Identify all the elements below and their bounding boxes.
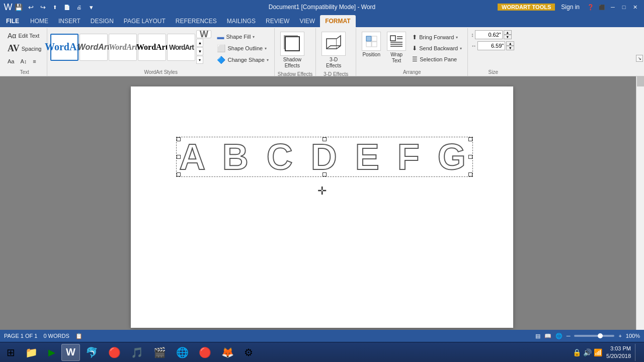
word-icon: W [4, 3, 12, 11]
wordart-scroll-down[interactable]: ▼ [196, 47, 203, 55]
tab-page-layout[interactable]: PAGE LAYOUT [119, 15, 171, 27]
app9-icon: 🔴 [199, 346, 211, 358]
shape-outline-icon: ⬜ [217, 44, 225, 52]
title-text: Document1 [Compatibility Mode] - Word [269, 4, 376, 11]
handle-top-right[interactable] [468, 137, 472, 141]
file-explorer-btn[interactable]: 📁 [21, 344, 42, 361]
shadow-effects-btn[interactable]: Shadow Effects [278, 30, 307, 70]
zoom-slider[interactable] [574, 335, 614, 337]
spacing-btn[interactable]: AV Spacing [5, 42, 44, 55]
app5-icon: 🔴 [108, 346, 121, 358]
tab-mailings[interactable]: MAILINGS [222, 15, 261, 27]
minimize-btn[interactable]: ─ [608, 2, 618, 12]
vlc-icon: 🎵 [131, 346, 143, 358]
app9-btn[interactable]: 🔴 [194, 344, 216, 361]
width-spin-down[interactable]: ▼ [506, 46, 514, 50]
dolphin-btn[interactable]: 🐬 [81, 344, 103, 361]
zoom-in-btn[interactable]: + [618, 333, 621, 339]
vlc-btn[interactable]: 🎵 [126, 344, 148, 361]
wrap-text-btn[interactable]: Wrap Text [384, 30, 409, 65]
shape-outline-btn[interactable]: ⬜ Shape Outline ▾ [214, 43, 271, 54]
align-text-btn[interactable]: ≡ [30, 57, 38, 66]
show-desktop-btn[interactable] [635, 344, 638, 361]
threed-effects-icon [321, 32, 346, 56]
redo-btn[interactable]: ↪ [37, 2, 48, 13]
zoom-out-btn[interactable]: ─ [567, 333, 571, 339]
taskbar-time[interactable]: 3:03 PM 5/20/2018 [606, 345, 631, 359]
height-spin-down[interactable]: ▼ [504, 35, 512, 39]
tab-insert[interactable]: INSERT [53, 15, 86, 27]
wordart-style-5[interactable]: WordArt [167, 34, 195, 61]
tab-review[interactable]: REVIEW [261, 15, 294, 27]
even-height-btn[interactable]: Aa [5, 57, 17, 66]
width-spin-up[interactable]: ▲ [506, 41, 514, 46]
view-web-btn[interactable]: 🌐 [555, 333, 562, 339]
send-backward-btn[interactable]: ⬇ Send Backward ▾ [410, 43, 464, 53]
wordart-style-w[interactable]: W [196, 30, 211, 38]
print-btn[interactable]: 🖨 [73, 2, 85, 13]
zoom-level[interactable]: 100% [626, 333, 640, 339]
help-btn[interactable]: ❓ [586, 2, 596, 12]
threed-effects-btn[interactable]: 3-D Effects [319, 30, 348, 70]
accessibility-icon[interactable]: 📋 [75, 333, 83, 339]
wordart-style-3[interactable]: WordArt [109, 34, 137, 61]
ribbon-display-btn[interactable]: ⬛ [597, 2, 607, 12]
sign-in-btn[interactable]: Sign in [561, 4, 580, 11]
handle-bottom-left[interactable] [177, 172, 181, 176]
vertical-scrollbar[interactable] [636, 76, 644, 330]
wordart-scroll-up[interactable]: ▲ [196, 39, 203, 47]
tray-icon-1: 🔒 [573, 348, 581, 356]
change-shape-btn[interactable]: 🔷 Change Shape ▾ [214, 54, 271, 65]
wordart-scroll-more[interactable]: ▾ [196, 56, 203, 64]
view-normal-btn[interactable]: ▤ [535, 333, 540, 339]
selection-pane-btn[interactable]: ☰ Selection Pane [410, 54, 464, 64]
tab-home[interactable]: HOME [25, 15, 53, 27]
up-btn[interactable]: ⬆ [49, 2, 60, 13]
start-btn[interactable]: ⊞ [2, 344, 20, 361]
size-expand-btn[interactable]: ↘ [636, 55, 643, 62]
firefox-btn[interactable]: 🦊 [217, 344, 238, 361]
width-input[interactable] [477, 41, 505, 50]
view-reading-btn[interactable]: 📖 [544, 333, 551, 339]
handle-bottom-middle[interactable] [323, 172, 327, 176]
tab-references[interactable]: REFERENCES [171, 15, 222, 27]
tab-format[interactable]: FORMAT [320, 15, 355, 27]
wordart-style-2[interactable]: WordArt [79, 34, 108, 61]
handle-middle-left[interactable] [177, 155, 181, 159]
edit-text-btn[interactable]: Aα Edit Text [5, 30, 44, 41]
print-preview-btn[interactable]: 📄 [61, 2, 72, 13]
position-btn[interactable]: Position [359, 30, 383, 59]
tab-view[interactable]: VIEW [294, 15, 320, 27]
bring-forward-btn[interactable]: ⬆ Bring Forward ▾ [410, 32, 464, 42]
vertical-text-btn[interactable]: A↕ [18, 57, 29, 66]
svg-rect-3 [366, 42, 371, 47]
height-spin-up[interactable]: ▲ [504, 30, 512, 35]
customize-btn[interactable]: ▾ [86, 2, 97, 13]
word-taskbar-icon: W [66, 346, 75, 358]
app5-btn[interactable]: 🔴 [104, 344, 125, 361]
save-btn[interactable]: 💾 [13, 2, 24, 13]
app11-btn[interactable]: ⚙ [239, 344, 258, 361]
video-btn[interactable]: 🎬 [149, 344, 171, 361]
dolphin-icon: 🐬 [86, 346, 98, 358]
close-btn[interactable]: ✕ [630, 2, 640, 12]
tab-file[interactable]: FILE [0, 15, 25, 27]
word-taskbar-btn[interactable]: W [61, 344, 80, 361]
windows-media-btn[interactable]: ▶ [43, 344, 60, 361]
height-input[interactable] [475, 30, 503, 39]
handle-bottom-right[interactable] [468, 172, 472, 176]
title-bar: W 💾 ↩ ↪ ⬆ 📄 🖨 ▾ Document1 [Compatibility… [0, 0, 644, 14]
wordart-object[interactable]: A B C D E F G [176, 137, 473, 177]
handle-top-middle[interactable] [323, 137, 327, 141]
chrome-btn[interactable]: 🌐 [172, 344, 193, 361]
wordart-style-4[interactable]: WordArt [138, 34, 166, 61]
undo-btn[interactable]: ↩ [25, 2, 36, 13]
wordart-style-1[interactable]: WordArt [50, 34, 78, 61]
maximize-btn[interactable]: □ [619, 2, 629, 12]
edit-text-icon: Aα [8, 32, 16, 40]
shape-fill-btn[interactable]: ▬ Shape Fill ▾ [214, 31, 271, 42]
handle-middle-right[interactable] [468, 155, 472, 159]
handle-top-left[interactable] [177, 137, 181, 141]
tab-design[interactable]: DESIGN [86, 15, 119, 27]
scrollbar-thumb[interactable] [637, 76, 644, 86]
